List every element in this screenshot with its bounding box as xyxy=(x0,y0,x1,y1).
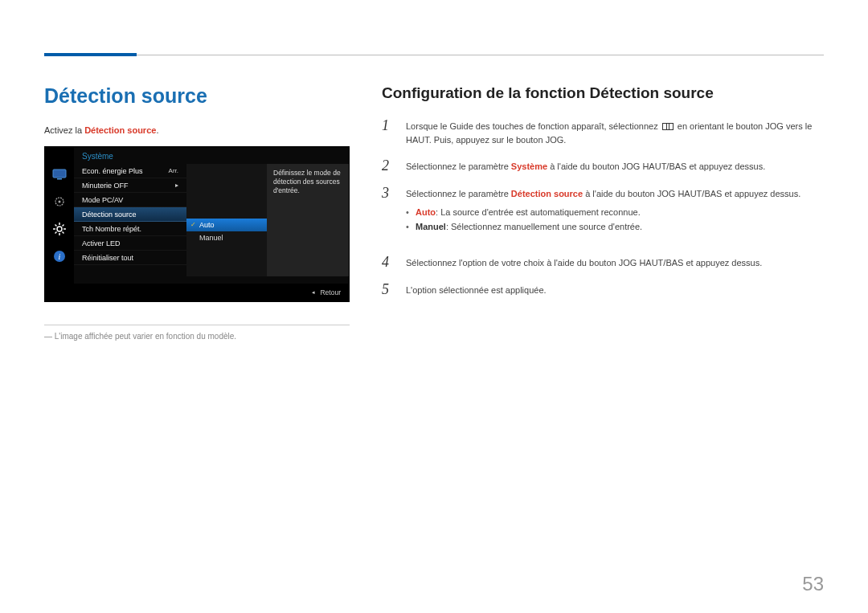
step-body: Lorsque le Guide des touches de fonction… xyxy=(406,118,824,147)
osd-item-label: Econ. énergie Plus xyxy=(82,167,143,175)
step-body: Sélectionnez le paramètre Système à l'ai… xyxy=(406,158,765,174)
svg-line-10 xyxy=(63,232,64,234)
svg-rect-1 xyxy=(57,178,62,180)
step-number: 2 xyxy=(382,158,395,174)
model-note: L'image affichée peut varier en fonction… xyxy=(44,332,350,341)
osd-screenshot: i Système Econ. énergie Plus Arr. xyxy=(44,146,350,302)
step-number: 5 xyxy=(382,282,395,298)
step2-highlight: Système xyxy=(511,161,547,171)
step-number: 1 xyxy=(382,118,395,147)
step3-highlight: Détection source xyxy=(511,189,583,198)
osd-item-minuterie[interactable]: Minuterie OFF ▸ xyxy=(74,178,186,193)
step-2: 2 Sélectionnez le paramètre Système à l'… xyxy=(382,158,824,174)
osd-desc: Définissez le mode de détection des sour… xyxy=(267,164,349,276)
osd-item-label: Réinitialiser tout xyxy=(82,254,133,262)
top-rule-accent xyxy=(44,53,137,56)
osd-item-label: Minuterie OFF xyxy=(82,182,129,190)
osd-item-reinit[interactable]: Réinitialiser tout xyxy=(74,251,186,265)
svg-point-4 xyxy=(57,227,62,231)
top-rule xyxy=(44,55,824,55)
osd-header: Système xyxy=(74,147,349,164)
back-arrow-icon: ◂ xyxy=(312,289,315,296)
info-icon: i xyxy=(51,248,68,264)
osd-item-label: Détection source xyxy=(82,210,137,219)
svg-rect-0 xyxy=(53,170,66,178)
osd-item-activer-led[interactable]: Activer LED xyxy=(74,236,186,251)
bullet-manuel: Manuel: Sélectionnez manuellement une so… xyxy=(406,220,800,235)
menu-icon xyxy=(662,123,674,130)
svg-line-12 xyxy=(63,225,64,227)
bullet-manuel-rest: : Sélectionnez manuellement une source d… xyxy=(446,222,642,231)
step2-text-b: à l'aide du bouton JOG HAUT/BAS et appuy… xyxy=(547,161,765,171)
osd-item-label: Tch Nombre répét. xyxy=(82,225,141,233)
monitor-icon xyxy=(51,166,68,182)
osd-item-econ[interactable]: Econ. énergie Plus Arr. xyxy=(74,164,186,178)
svg-point-3 xyxy=(59,201,61,203)
svg-line-9 xyxy=(55,225,57,227)
section-title: Détection source xyxy=(44,84,350,108)
intro-suffix: . xyxy=(156,125,158,135)
intro-line: Activez la Détection source. xyxy=(44,125,350,135)
bullet-auto: Auto: La source d'entrée est automatique… xyxy=(406,206,800,220)
right-column: Configuration de la fonction Détection s… xyxy=(382,84,824,341)
osd-item-modepcav[interactable]: Mode PC/AV xyxy=(74,193,186,207)
osd-item-value: Arr. xyxy=(169,167,178,174)
intro-highlight: Détection source xyxy=(84,125,156,135)
osd-item-value: ▸ xyxy=(175,182,178,189)
bullet-auto-rest: : La source d'entrée est automatiquement… xyxy=(436,207,641,217)
osd-cols: Econ. énergie Plus Arr. Minuterie OFF ▸ … xyxy=(74,164,349,276)
bullet-auto-hl: Auto xyxy=(416,207,436,217)
step-5: 5 L'option sélectionnée est appliquée. xyxy=(382,282,824,298)
step3-text-b: à l'aide du bouton JOG HAUT/BAS et appuy… xyxy=(583,189,800,198)
note-divider: L'image affichée peut varier en fonction… xyxy=(44,325,350,341)
step-number: 4 xyxy=(382,255,395,271)
page-number: 53 xyxy=(802,573,824,595)
osd-sublist: Auto Manuel xyxy=(186,164,267,276)
osd-iconbar: i xyxy=(45,147,74,284)
step-number: 3 xyxy=(382,186,395,243)
osd-sub-manuel[interactable]: Manuel xyxy=(186,231,267,244)
step-4: 4 Sélectionnez l'option de votre choix à… xyxy=(382,255,824,271)
step-body: Sélectionnez le paramètre Détection sour… xyxy=(406,186,800,243)
config-title: Configuration de la fonction Détection s… xyxy=(382,84,824,102)
svg-line-11 xyxy=(55,232,57,234)
step3-text-a: Sélectionnez le paramètre xyxy=(406,189,511,198)
osd-sub-auto[interactable]: Auto xyxy=(186,219,267,231)
osd-body: i Système Econ. énergie Plus Arr. xyxy=(45,147,349,284)
osd-main: Système Econ. énergie Plus Arr. Minuteri… xyxy=(74,147,349,284)
osd-footer: ◂ Retour xyxy=(45,284,349,301)
osd-list: Econ. énergie Plus Arr. Minuterie OFF ▸ … xyxy=(74,164,186,276)
osd-item-label: Activer LED xyxy=(82,239,121,247)
osd-item-label: Mode PC/AV xyxy=(82,196,123,204)
step2-text-a: Sélectionnez le paramètre xyxy=(406,161,511,171)
left-column: Détection source Activez la Détection so… xyxy=(44,84,350,341)
osd-footer-label: Retour xyxy=(320,288,341,296)
step-3: 3 Sélectionnez le paramètre Détection so… xyxy=(382,186,824,243)
svg-text:i: i xyxy=(59,252,61,261)
gear-icon xyxy=(51,221,68,237)
content-columns: Détection source Activez la Détection so… xyxy=(44,40,824,341)
step-1: 1 Lorsque le Guide des touches de foncti… xyxy=(382,118,824,147)
step-body: Sélectionnez l'option de votre choix à l… xyxy=(406,255,762,271)
step1-text-a: Lorsque le Guide des touches de fonction… xyxy=(406,121,661,131)
step-body: L'option sélectionnée est appliquée. xyxy=(406,282,547,298)
intro-prefix: Activez la xyxy=(44,125,84,135)
page-container: Détection source Activez la Détection so… xyxy=(0,0,868,613)
bullets: Auto: La source d'entrée est automatique… xyxy=(406,206,800,234)
osd-item-detection-source[interactable]: Détection source xyxy=(74,207,186,222)
target-icon xyxy=(51,194,68,210)
bullet-manuel-hl: Manuel xyxy=(416,222,446,231)
osd-item-tch[interactable]: Tch Nombre répét. xyxy=(74,222,186,236)
